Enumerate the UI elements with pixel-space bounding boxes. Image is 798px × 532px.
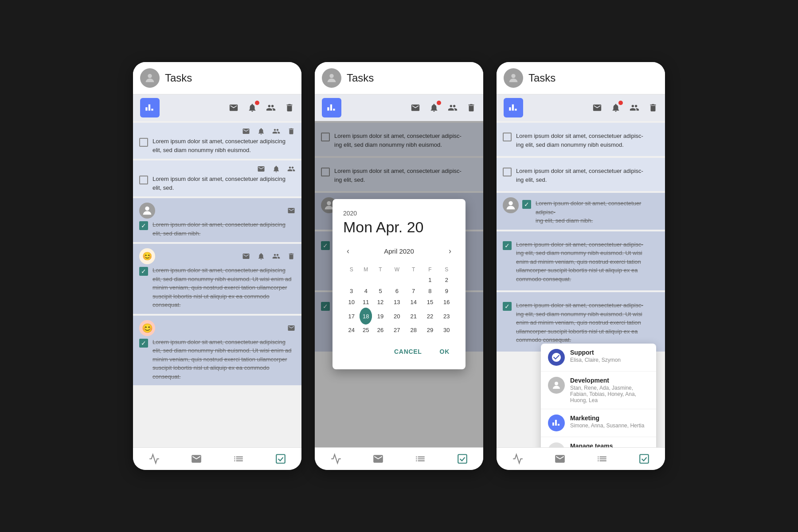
cal-day-26[interactable]: 26	[372, 325, 388, 336]
bell-icon-toolbar-2[interactable]	[429, 103, 439, 113]
bell-icon-task1-2[interactable]	[272, 165, 280, 173]
checkbox-1-2[interactable]	[139, 176, 148, 184]
cal-day-16[interactable]: 16	[438, 297, 455, 308]
cal-day-12[interactable]: 12	[372, 297, 388, 308]
mail-icon-task1-5[interactable]	[287, 324, 295, 332]
mail-icon-task1-2[interactable]	[257, 165, 265, 173]
cal-day-29[interactable]: 29	[422, 325, 438, 336]
bottom-nav-3	[497, 447, 665, 470]
cal-day-6[interactable]: 6	[389, 286, 405, 297]
cal-day-25[interactable]: 25	[360, 325, 372, 336]
cal-day-4[interactable]: 4	[360, 286, 372, 297]
checkbox-1-5[interactable]: ✓	[139, 339, 148, 348]
nav-check-1[interactable]	[275, 453, 286, 465]
cal-day-15[interactable]: 15	[422, 297, 438, 308]
checkbox-1-1[interactable]	[139, 138, 148, 147]
checkbox-1-4[interactable]: ✓	[139, 267, 148, 276]
avatar-2	[322, 68, 341, 88]
cal-day-18[interactable]: 18	[360, 308, 372, 325]
cal-day-7[interactable]: 7	[405, 286, 422, 297]
people-icon-task1-1[interactable]	[272, 127, 280, 135]
cal-day-2[interactable]: 2	[438, 274, 455, 286]
nav-mail-3[interactable]	[554, 453, 566, 465]
mail-icon-task1-1[interactable]	[242, 127, 250, 135]
cal-day-23[interactable]: 23	[438, 308, 455, 325]
team-item-manage[interactable]: Manage teams	[541, 437, 656, 447]
people-icon-toolbar-3[interactable]	[630, 103, 639, 113]
task-body-3-1: Lorem ipsum dolor sit amet, consectetuer…	[503, 127, 659, 152]
cal-day-22[interactable]: 22	[422, 308, 438, 325]
cal-day-27[interactable]: 27	[389, 325, 405, 336]
checkbox-1-3[interactable]: ✓	[139, 221, 148, 230]
cal-day-9[interactable]: 9	[438, 286, 455, 297]
people-icon-toolbar-1[interactable]	[266, 103, 276, 113]
cal-header-s1: S	[343, 265, 360, 274]
cal-day-1[interactable]: 1	[422, 274, 438, 286]
nav-check-3[interactable]	[638, 453, 650, 465]
cal-day-20[interactable]: 20	[389, 308, 405, 325]
bell-icon-task1-4[interactable]	[257, 252, 265, 260]
task-body-3-2: Lorem ipsum dolor sit amet, consectetuer…	[503, 162, 659, 187]
team-item-dev[interactable]: Development Stan, Rene, Ada, Jasmine, Fa…	[541, 372, 656, 409]
cal-day-10[interactable]: 10	[343, 297, 360, 308]
cal-day-11[interactable]: 11	[360, 297, 372, 308]
svg-rect-9	[640, 454, 649, 463]
cal-day-5[interactable]: 5	[372, 286, 388, 297]
task-body-3-3: ✓ Lorem ipsum dolor sit amet, consectetu…	[522, 197, 659, 225]
trash-icon-toolbar-2[interactable]	[466, 103, 476, 113]
people-icon-toolbar-2[interactable]	[448, 103, 458, 113]
trash-icon-task1-4[interactable]	[287, 252, 295, 260]
cal-day-24[interactable]: 24	[343, 325, 360, 336]
nav-check-2[interactable]	[457, 453, 468, 465]
cal-day-17[interactable]: 17	[343, 308, 360, 325]
cal-day-14[interactable]: 14	[405, 297, 422, 308]
mail-icon-toolbar-2[interactable]	[411, 103, 420, 113]
cal-day-8[interactable]: 8	[422, 286, 438, 297]
nav-list-1[interactable]	[233, 453, 244, 465]
bell-icon-task1-1[interactable]	[257, 127, 265, 135]
task-icons-1-1	[242, 127, 295, 135]
nav-list-2[interactable]	[415, 453, 426, 465]
user-avatar-1-3	[139, 203, 155, 219]
trash-icon-task1-1[interactable]	[287, 127, 295, 135]
cal-prev-button[interactable]: ‹	[343, 245, 353, 258]
bell-icon-toolbar-1[interactable]	[247, 103, 257, 113]
cal-day-21[interactable]: 21	[405, 308, 422, 325]
people-icon-task1-4[interactable]	[272, 252, 280, 260]
nav-list-3[interactable]	[596, 453, 608, 465]
trash-icon-toolbar-1[interactable]	[285, 103, 294, 113]
cal-day-13[interactable]: 13	[389, 297, 405, 308]
team-item-marketing[interactable]: Marketing Simone, Anna, Susanne, Hertia	[541, 409, 656, 437]
cal-day-3[interactable]: 3	[343, 286, 360, 297]
nav-activity-3[interactable]	[512, 453, 524, 465]
mail-icon-task1-4[interactable]	[242, 252, 250, 260]
task-body-1-5: ✓ Lorem ipsum dolor sit amet, consectetu…	[139, 338, 295, 381]
bell-icon-toolbar-3[interactable]	[611, 103, 621, 113]
nav-mail-1[interactable]	[191, 453, 202, 465]
cal-day-30[interactable]: 30	[438, 325, 455, 336]
svg-rect-2	[276, 454, 285, 463]
task-text-1-1: Lorem ipsum dolor sit amet, consectetuer…	[153, 137, 295, 154]
nav-mail-2[interactable]	[372, 453, 384, 465]
user-avatar-3-3	[503, 197, 519, 213]
mail-icon-toolbar-1[interactable]	[229, 103, 239, 113]
ok-button[interactable]: OK	[434, 344, 455, 359]
tasks-list-3: Lorem ipsum dolor sit amet, consectetuer…	[497, 121, 665, 447]
cal-next-button[interactable]: ›	[445, 245, 455, 258]
people-icon-task1-2[interactable]	[287, 165, 295, 173]
team-name-marketing: Marketing	[570, 415, 649, 422]
team-avatar-support	[548, 349, 565, 366]
team-info-support: Support Elisa, Claire, Szymon	[570, 349, 649, 363]
cal-day-28[interactable]: 28	[405, 325, 422, 336]
nav-activity-1[interactable]	[149, 453, 160, 465]
trash-icon-toolbar-3[interactable]	[648, 103, 658, 113]
toolbar-img-3	[504, 98, 523, 117]
mail-icon-toolbar-3[interactable]	[592, 103, 602, 113]
task-item-3-4: ✓ Lorem ipsum dolor sit amet, consectetu…	[497, 231, 665, 291]
toolbar-icons-3	[592, 103, 658, 113]
nav-activity-2[interactable]	[330, 453, 342, 465]
team-item-support[interactable]: Support Elisa, Claire, Szymon	[541, 344, 656, 372]
mail-icon-task1-3[interactable]	[287, 207, 295, 215]
cancel-button[interactable]: CANCEL	[389, 344, 427, 359]
cal-day-19[interactable]: 19	[372, 308, 388, 325]
